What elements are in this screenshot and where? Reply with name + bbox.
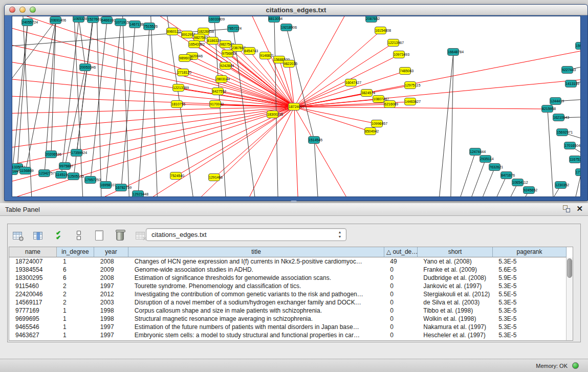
- network-node[interactable]: 20053346: [79, 63, 91, 71]
- citation-edge-red[interactable]: [294, 107, 371, 132]
- network-node[interactable]: 6216089: [384, 100, 396, 108]
- network-node[interactable]: 14671388: [129, 20, 141, 28]
- network-node[interactable]: 1167534: [569, 156, 581, 163]
- table-row[interactable]: 1938455462009Genome-wide association stu…: [9, 266, 566, 274]
- network-node[interactable]: 8813054: [268, 16, 280, 23]
- table-row[interactable]: 977716911998Corpus callosum shape and si…: [9, 307, 566, 315]
- network-node[interactable]: 6466160: [101, 16, 113, 24]
- network-node[interactable]: 12975115: [404, 81, 416, 89]
- citation-edge-red[interactable]: [294, 47, 581, 107]
- network-node[interactable]: 17957253: [84, 176, 96, 184]
- network-node[interactable]: 16210643: [553, 114, 564, 121]
- network-node[interactable]: 1244419: [550, 97, 561, 105]
- network-node[interactable]: 8215958: [541, 105, 553, 113]
- network-node[interactable]: 2087652: [365, 16, 377, 23]
- network-node[interactable]: 10807487: [373, 95, 384, 103]
- network-node[interactable]: 9242844: [220, 62, 231, 70]
- network-node[interactable]: 10996957: [371, 120, 383, 127]
- network-node[interactable]: 12474444: [469, 148, 481, 156]
- table-row[interactable]: 946362711997Embryonic stem cells: a mode…: [9, 331, 566, 339]
- network-node[interactable]: 16033809: [208, 16, 220, 23]
- network-node[interactable]: 9896011: [179, 54, 190, 62]
- window-titlebar[interactable]: citations_edges.txt: [5, 5, 587, 15]
- citation-edge-red[interactable]: [289, 64, 294, 107]
- table-selector-dropdown[interactable]: citations_edges.txt ▲▼: [146, 228, 346, 241]
- network-node[interactable]: 1514545: [308, 136, 320, 144]
- table-row[interactable]: 2242004622012Investigating the contribut…: [9, 290, 566, 298]
- citation-edge-black[interactable]: [12, 20, 56, 98]
- network-node[interactable]: 1145194: [55, 171, 67, 179]
- network-node[interactable]: 12213389: [172, 84, 184, 92]
- table-settings-icon[interactable]: [11, 229, 24, 242]
- network-node[interactable]: 1595883: [575, 42, 581, 50]
- network-node[interactable]: 7857224: [227, 25, 239, 32]
- network-node[interactable]: 1230352: [555, 181, 567, 189]
- table-row[interactable]: 1830029562008Estimation of significance …: [9, 274, 566, 282]
- citation-edge-red[interactable]: [192, 56, 294, 107]
- citation-edge-red[interactable]: [294, 107, 548, 109]
- network-node[interactable]: 2718120: [177, 69, 189, 76]
- network-node[interactable]: 8186328: [207, 37, 219, 45]
- network-node[interactable]: 16648784: [447, 48, 459, 56]
- network-node[interactable]: 7485063: [399, 67, 411, 75]
- network-node[interactable]: 8504942: [364, 127, 376, 135]
- network-node[interactable]: 12342757: [38, 169, 50, 177]
- network-node[interactable]: 8454743: [244, 47, 255, 55]
- citation-edge-red[interactable]: [12, 96, 294, 107]
- network-node[interactable]: 16543382: [188, 40, 200, 48]
- network-node[interactable]: 16154808: [375, 27, 386, 34]
- network-node[interactable]: 10654112: [512, 179, 524, 186]
- network-node[interactable]: 1527602: [87, 16, 99, 23]
- column-header-in_degree[interactable]: in_degree: [57, 247, 94, 257]
- table-row[interactable]: 969969511998Structural magnetic resonanc…: [9, 315, 566, 323]
- network-node[interactable]: 16958107: [100, 181, 112, 189]
- network-node[interactable]: 7524540: [170, 172, 182, 180]
- network-canvas[interactable]: 2405572420691406106532871527602646616010…: [12, 16, 581, 197]
- memory-status-icon[interactable]: [572, 362, 579, 369]
- network-node[interactable]: 17016504: [564, 142, 576, 149]
- citation-edge-black[interactable]: [77, 16, 94, 153]
- network-node[interactable]: 7515526: [143, 23, 155, 30]
- citation-edge-black[interactable]: [570, 172, 581, 197]
- network-node[interactable]: 8960123: [166, 28, 178, 35]
- citation-edge-red[interactable]: [12, 107, 294, 149]
- citation-edge-red[interactable]: [115, 107, 294, 197]
- network-node[interactable]: 8912955: [181, 31, 193, 38]
- network-node[interactable]: 9822035: [283, 60, 295, 68]
- network-node[interactable]: 15692971: [556, 128, 568, 136]
- network-node[interactable]: 1291466: [208, 173, 220, 181]
- citation-edge-red[interactable]: [185, 58, 294, 107]
- network-node[interactable]: 10973493: [393, 51, 405, 58]
- close-icon[interactable]: ✕: [576, 205, 583, 212]
- network-node[interactable]: 16782759: [115, 184, 127, 191]
- network-node[interactable]: 10719155: [115, 18, 126, 26]
- network-node[interactable]: 9756853: [222, 50, 233, 57]
- network-node[interactable]: 18300295: [267, 111, 278, 118]
- column-header-out_de[interactable]: △ out_de…: [384, 247, 418, 257]
- citation-edge-red[interactable]: [12, 107, 294, 167]
- citation-edge-black[interactable]: [450, 52, 453, 197]
- table-scrollbar[interactable]: [566, 257, 573, 340]
- citation-edge-black[interactable]: [274, 19, 278, 197]
- citation-edge-black[interactable]: [548, 109, 555, 197]
- table-row[interactable]: 1872400712008Changes of HCN gene express…: [9, 257, 566, 266]
- scrollbar-thumb[interactable]: [567, 258, 572, 278]
- network-node[interactable]: 9146821: [259, 52, 271, 59]
- network-node[interactable]: 16047427: [345, 79, 357, 86]
- network-node[interactable]: 2935114: [480, 155, 491, 163]
- citation-edge-black[interactable]: [452, 152, 475, 197]
- citation-edge-black[interactable]: [106, 23, 121, 185]
- citation-edge-black[interactable]: [150, 16, 158, 197]
- column-selector-icon[interactable]: [31, 229, 45, 242]
- network-node[interactable]: 9170042: [209, 100, 221, 108]
- citation-edge-black[interactable]: [122, 16, 130, 197]
- network-node[interactable]: 1810755: [171, 100, 183, 108]
- network-node[interactable]: 24055724: [21, 18, 33, 26]
- network-node[interactable]: 8427552: [212, 87, 224, 95]
- column-header-year[interactable]: year: [94, 247, 128, 257]
- citation-edge-red[interactable]: [12, 107, 294, 132]
- select-columns-icon[interactable]: ✔✔: [52, 229, 65, 242]
- network-node[interactable]: 1156869: [19, 167, 31, 174]
- column-header-short[interactable]: short: [418, 247, 493, 257]
- table-row[interactable]: 911546021997Tourette syndrome. Phenomeno…: [9, 282, 566, 290]
